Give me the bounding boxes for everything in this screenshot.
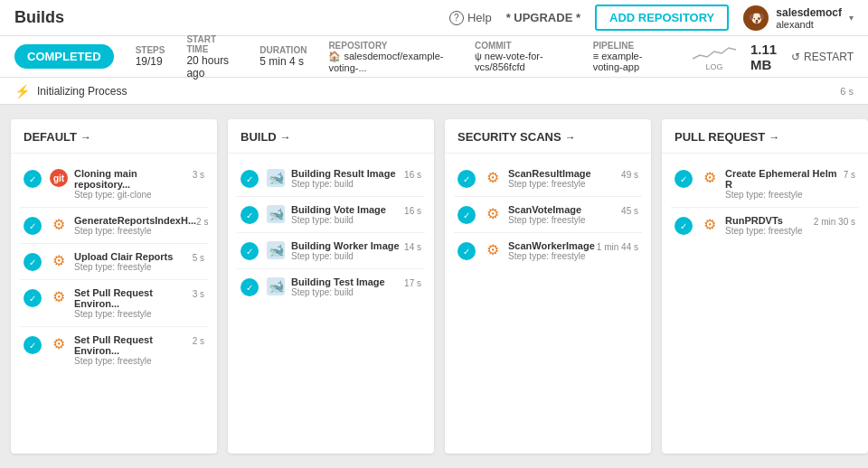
process-name: Initializing Process — [37, 85, 127, 98]
start-time-info: START TIME 20 hours ago — [186, 34, 238, 80]
step-item[interactable]: ✓ 🐋 Building Worker Image Step type: bui… — [237, 233, 425, 269]
step-name: Building Test Image — [291, 276, 404, 287]
log-chart — [693, 42, 736, 62]
status-bar: COMPLETED STEPS 19/19 START TIME 20 hour… — [0, 36, 868, 78]
svg-text:⚙: ⚙ — [486, 242, 499, 257]
start-time-value: 20 hours ago — [186, 54, 238, 80]
step-item[interactable]: ✓ git Cloning main repository... Step ty… — [20, 161, 208, 208]
svg-text:⚙: ⚙ — [52, 289, 65, 304]
arrow-right-icon: → — [565, 131, 576, 144]
user-handle: alexandt — [776, 19, 842, 30]
step-check-icon: ✓ — [458, 242, 476, 260]
step-type-label: Step type: freestyle — [74, 309, 193, 319]
step-type-label: Step type: build — [291, 251, 404, 261]
duration-label: DURATION — [259, 45, 307, 55]
stage-pull_request: PULL REQUEST → ✓ ⚙ Create Ephemeral Helm… — [662, 119, 868, 454]
stage-security_scans: SECURITY SCANS → ✓ ⚙ ScanResultImage Ste… — [445, 119, 651, 454]
step-type-label: Step type: build — [291, 287, 404, 297]
svg-text:⚙: ⚙ — [52, 217, 65, 232]
pipeline-label: PIPELINE — [593, 41, 671, 51]
step-type-label: Step type: freestyle — [508, 215, 621, 225]
step-info: Set Pull Request Environ... Step type: f… — [74, 287, 193, 319]
step-type-label: Step type: git-clone — [74, 190, 193, 200]
step-item[interactable]: ✓ ⚙ Upload Clair Reports Step type: free… — [20, 244, 208, 280]
step-check-icon: ✓ — [458, 170, 476, 188]
step-type-label: Step type: freestyle — [725, 226, 814, 236]
step-item[interactable]: ✓ ⚙ ScanResultImage Step type: freestyle… — [454, 161, 642, 197]
svg-text:⚙: ⚙ — [486, 206, 499, 221]
stage-body-pull_request: ✓ ⚙ Create Ephemeral Helm R Step type: f… — [662, 154, 868, 454]
step-type-icon: 🐋 — [266, 240, 286, 260]
steps-info: STEPS 19/19 — [136, 45, 165, 68]
process-duration: 6 s — [840, 86, 854, 97]
step-type-icon: ⚙ — [700, 168, 720, 188]
step-check-icon: ✓ — [24, 336, 42, 354]
restart-icon: ↺ — [791, 51, 800, 63]
step-name: GenerateReportsIndexH... — [74, 215, 196, 226]
avatar: 🐶 — [743, 5, 769, 31]
step-check-icon: ✓ — [24, 289, 42, 307]
commit-icon: ψ — [475, 51, 485, 61]
step-item[interactable]: ✓ 🐋 Building Test Image Step type: build… — [237, 269, 425, 304]
step-info: ScanWorkerImage Step type: freestyle — [508, 240, 597, 261]
svg-text:⚙: ⚙ — [52, 253, 65, 268]
upgrade-button[interactable]: * UPGRADE * — [506, 11, 580, 24]
svg-text:⚙: ⚙ — [486, 170, 499, 185]
step-check-icon: ✓ — [24, 170, 42, 188]
step-item[interactable]: ✓ ⚙ GenerateReportsIndexH... Step type: … — [20, 208, 208, 244]
step-check-icon: ✓ — [241, 170, 259, 188]
stage-header-pull_request: PULL REQUEST → — [662, 119, 868, 154]
step-item[interactable]: ✓ ⚙ Create Ephemeral Helm R Step type: f… — [671, 161, 859, 208]
step-item[interactable]: ✓ ⚙ Set Pull Request Environ... Step typ… — [20, 327, 208, 373]
step-item[interactable]: ✓ ⚙ Set Pull Request Environ... Step typ… — [20, 280, 208, 327]
step-info: GenerateReportsIndexH... Step type: free… — [74, 215, 196, 236]
step-type-label: Step type: freestyle — [74, 226, 196, 236]
step-duration: 16 s — [404, 168, 421, 180]
lightning-icon: ⚡ — [14, 84, 30, 98]
step-check-icon: ✓ — [24, 253, 42, 271]
step-type-icon: ⚙ — [483, 240, 503, 260]
header: Builds ? Help * UPGRADE * ADD REPOSITORY… — [0, 0, 868, 36]
step-info: Building Worker Image Step type: build — [291, 240, 404, 261]
svg-text:⚙: ⚙ — [703, 217, 716, 232]
commit-value: ψ new-vote-for-vcs/856fcfd — [475, 51, 571, 72]
help-button[interactable]: ? Help — [449, 11, 492, 25]
step-type-icon: ⚙ — [483, 168, 503, 188]
step-item[interactable]: ✓ ⚙ ScanWorkerImage Step type: freestyle… — [454, 233, 642, 268]
process-bar: ⚡ Initializing Process 6 s — [0, 78, 868, 105]
svg-text:🐋: 🐋 — [269, 279, 285, 295]
pipeline-value: ≡ example-voting-app — [593, 51, 671, 72]
step-check-icon: ✓ — [24, 217, 42, 235]
add-repository-button[interactable]: ADD REPOSITORY — [595, 5, 729, 31]
stage-title-security_scans: SECURITY SCANS — [458, 130, 561, 144]
step-item[interactable]: ✓ ⚙ RunPRDVTs Step type: freestyle 2 min… — [671, 208, 859, 243]
step-duration: 45 s — [621, 204, 638, 216]
step-check-icon: ✓ — [241, 242, 259, 260]
restart-button[interactable]: ↺ RESTART — [791, 51, 854, 63]
help-icon: ? — [449, 11, 464, 25]
pipeline-info: PIPELINE ≡ example-voting-app — [593, 41, 671, 72]
svg-text:⚙: ⚙ — [703, 170, 716, 185]
stage-header-default: DEFAULT → — [11, 119, 217, 154]
step-type-icon: 🐋 — [266, 168, 286, 188]
step-item[interactable]: ✓ 🐋 Building Vote Image Step type: build… — [237, 197, 425, 233]
commit-info: COMMIT ψ new-vote-for-vcs/856fcfd — [475, 41, 571, 72]
step-duration: 5 s — [193, 251, 204, 263]
step-name: ScanResultImage — [508, 168, 621, 179]
svg-text:🐋: 🐋 — [269, 207, 285, 222]
step-info: RunPRDVTs Step type: freestyle — [725, 215, 814, 236]
step-duration: 2 min 30 s — [814, 215, 855, 227]
step-type-label: Step type: freestyle — [74, 356, 193, 366]
step-type-icon: ⚙ — [49, 251, 69, 271]
step-type-icon: ⚙ — [483, 204, 503, 224]
user-menu[interactable]: 🐶 salesdemocf alexandt ▾ — [743, 5, 854, 31]
commit-label: COMMIT — [475, 41, 571, 51]
step-duration: 3 s — [193, 287, 204, 299]
step-info: Upload Clair Reports Step type: freestyl… — [74, 251, 193, 272]
step-name: ScanWorkerImage — [508, 240, 597, 251]
step-duration: 14 s — [404, 240, 421, 252]
svg-text:⚙: ⚙ — [52, 336, 65, 351]
step-item[interactable]: ✓ ⚙ ScanVoteImage Step type: freestyle 4… — [454, 197, 642, 233]
step-item[interactable]: ✓ 🐋 Building Result Image Step type: bui… — [237, 161, 425, 197]
size-info: 1.11 MB — [750, 42, 777, 72]
